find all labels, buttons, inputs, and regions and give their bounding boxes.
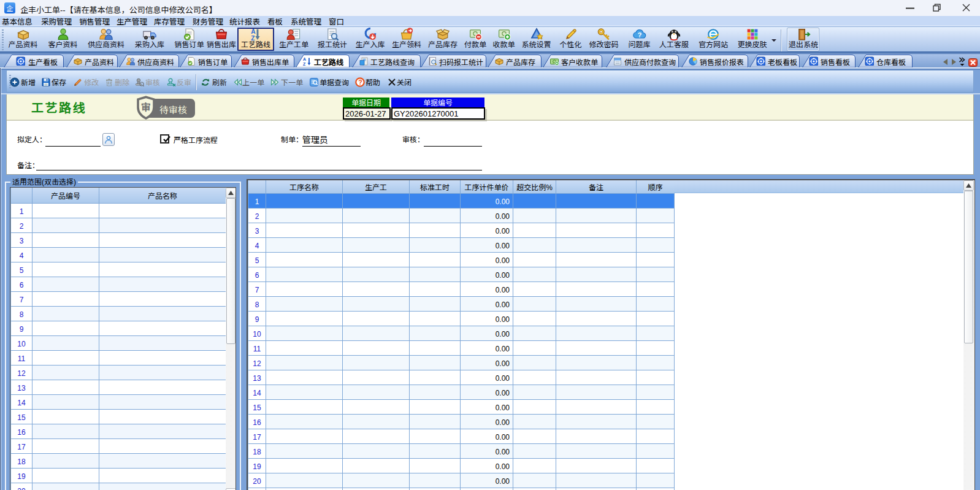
svg-text:?: ?	[358, 78, 362, 86]
svg-text:Z: Z	[303, 62, 306, 66]
svg-text:A: A	[303, 57, 306, 61]
svg-text:?: ?	[637, 31, 641, 39]
svg-text:A: A	[251, 28, 256, 35]
svg-text:审: 审	[141, 99, 151, 114]
